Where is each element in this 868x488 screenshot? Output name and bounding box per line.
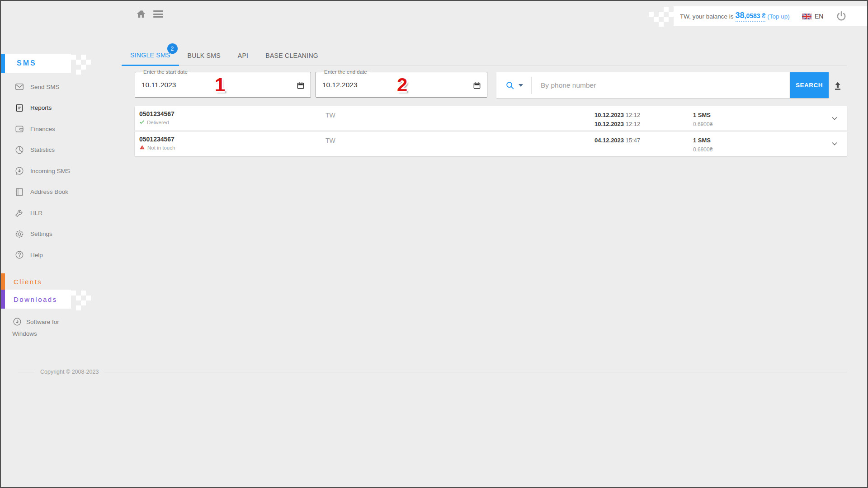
sms-report-list: 0501234567DeliveredTW10.12.2023 12:1210.… xyxy=(135,106,847,157)
end-date-value[interactable]: 10.12.2023 xyxy=(322,81,358,89)
balance-text: TW, your balance is 38,0583 ₴ (Top up) xyxy=(680,6,790,26)
sidebar-item-label: Help xyxy=(30,252,43,258)
sms-section-title: SMS xyxy=(17,59,37,67)
tab-single-sms[interactable]: SINGLE SMS2 xyxy=(122,45,179,66)
search-type-dropdown[interactable] xyxy=(496,72,531,98)
status-badge: Not in touch xyxy=(139,145,175,151)
tab-label: BASE CLEANING xyxy=(265,52,318,59)
search-input[interactable] xyxy=(532,72,790,98)
status-label: Not in touch xyxy=(147,145,175,150)
pixel-decoration xyxy=(71,55,76,60)
sidebar-section-sms[interactable]: SMS xyxy=(1,54,71,73)
home-icon[interactable] xyxy=(136,9,146,19)
tab-bulk-sms[interactable]: BULK SMS xyxy=(179,45,229,66)
search-panel xyxy=(496,72,790,98)
wallet-icon xyxy=(14,124,24,134)
download-icon xyxy=(12,317,22,327)
sidebar-nav: Send SMSReportsFinancesStatisticsIncomin… xyxy=(1,76,114,266)
sidebar-item-label: Send SMS xyxy=(30,84,60,90)
start-date-field[interactable]: Enter the start date 10.11.2023 1 xyxy=(135,72,311,98)
sidebar-item-label: HLR xyxy=(30,210,42,216)
balance-prefix: TW, your balance is xyxy=(680,13,734,20)
tab-label: SINGLE SMS xyxy=(130,52,170,59)
copyright-text: Copyright © 2008-2023 xyxy=(40,369,99,375)
start-date-value[interactable]: 10.11.2023 xyxy=(142,81,176,89)
menu-icon[interactable] xyxy=(153,10,163,18)
tab-base-cleaning[interactable]: BASE CLEANING xyxy=(257,45,327,66)
export-upload-icon[interactable] xyxy=(832,80,844,91)
sidebar-item-incoming-sms[interactable]: Incoming SMS xyxy=(1,160,114,182)
sidebar-item-reports[interactable]: Reports xyxy=(1,98,114,119)
expand-chevron-icon[interactable] xyxy=(830,140,839,148)
sidebar-item-send-sms[interactable]: Send SMS xyxy=(1,76,114,98)
sms-count: 1 SMS xyxy=(693,111,712,120)
sidebar-item-label: Finances xyxy=(30,126,55,132)
book-icon xyxy=(14,187,24,197)
search-icon xyxy=(505,80,515,90)
sidebar-item-label: Address Book xyxy=(30,188,68,195)
end-date-label: Enter the end date xyxy=(321,69,370,75)
status-badge: Delivered xyxy=(139,119,175,126)
divider-line xyxy=(18,372,34,372)
sms-count: 1 SMS xyxy=(693,136,712,145)
sidebar-item-help[interactable]: Help xyxy=(1,244,114,266)
sidebar-item-software-for-windows[interactable]: Software for Windows xyxy=(12,316,79,340)
expand-chevron-icon[interactable] xyxy=(830,114,839,122)
search-button[interactable]: SEARCH xyxy=(790,72,829,98)
balance-amount[interactable]: 38,0583 ₴ xyxy=(736,11,766,22)
topup-link[interactable]: (Top up) xyxy=(767,13,790,20)
tab-api[interactable]: API xyxy=(229,45,257,66)
sidebar-item-settings[interactable]: Settings xyxy=(1,224,114,245)
copyright: Copyright © 2008-2023 xyxy=(18,369,847,375)
sidebar-item-hlr[interactable]: HLR xyxy=(1,202,114,224)
downloads-label: Downloads xyxy=(14,296,57,303)
timestamp: 10.12.2023 12:12 xyxy=(594,111,640,120)
envelope-icon xyxy=(14,82,24,92)
sidebar-item-downloads[interactable]: Downloads xyxy=(1,290,71,309)
timestamp: 10.12.2023 12:12 xyxy=(594,120,640,129)
status-label: Delivered xyxy=(147,120,169,125)
sidebar-item-label: Incoming SMS xyxy=(30,168,70,174)
divider-line xyxy=(104,372,847,372)
sidebar-item-statistics[interactable]: Statistics xyxy=(1,140,114,161)
tab-label: BULK SMS xyxy=(188,52,221,59)
clients-label: Clients xyxy=(14,278,42,286)
wrench-icon xyxy=(14,208,24,218)
chevron-down-icon xyxy=(519,84,523,87)
sms-report-row[interactable]: 0501234567Not in touchTW04.12.2023 15:47… xyxy=(135,131,847,156)
balance-panel: TW, your balance is 38,0583 ₴ (Top up) E… xyxy=(674,6,867,26)
sms-price: 0.6900₴ xyxy=(693,145,712,154)
pixel-decoration xyxy=(71,291,76,296)
tab-label: API xyxy=(238,52,248,59)
sidebar-item-address-book[interactable]: Address Book xyxy=(1,182,114,203)
sms-report-row[interactable]: 0501234567DeliveredTW10.12.2023 12:1210.… xyxy=(135,106,847,131)
language-selector[interactable]: EN xyxy=(802,6,823,26)
calendar-icon[interactable] xyxy=(296,81,305,90)
incoming-icon xyxy=(14,166,24,176)
sidebar-item-clients[interactable]: Clients xyxy=(1,273,71,290)
phone-number: 0501234567 xyxy=(139,136,175,143)
sender-name: TW xyxy=(326,112,335,119)
end-date-field[interactable]: Enter the end date 10.12.2023 2 xyxy=(316,72,487,98)
warning-icon xyxy=(139,145,145,151)
power-icon[interactable] xyxy=(835,10,847,22)
pie-icon xyxy=(14,145,24,155)
sidebar-item-label: Reports xyxy=(30,104,52,111)
document-icon xyxy=(14,103,24,113)
check-icon xyxy=(139,119,145,126)
uk-flag-icon xyxy=(802,14,811,19)
pixel-decoration xyxy=(664,7,669,12)
language-label: EN xyxy=(815,13,823,20)
sidebar-item-finances[interactable]: Finances xyxy=(1,118,114,140)
start-date-label: Enter the start date xyxy=(141,69,190,75)
help-icon xyxy=(14,250,24,260)
annotation-marker-1: 1 xyxy=(215,73,225,97)
tab-badge: 2 xyxy=(167,43,178,54)
calendar-icon[interactable] xyxy=(472,81,481,90)
sms-price: 0.6900₴ xyxy=(693,120,712,129)
sidebar-item-label: Statistics xyxy=(30,146,55,153)
annotation-marker-2: 2 xyxy=(397,73,407,97)
sidebar-item-label: Settings xyxy=(30,230,52,237)
sender-name: TW xyxy=(326,137,335,144)
timestamp: 04.12.2023 15:47 xyxy=(594,136,640,145)
